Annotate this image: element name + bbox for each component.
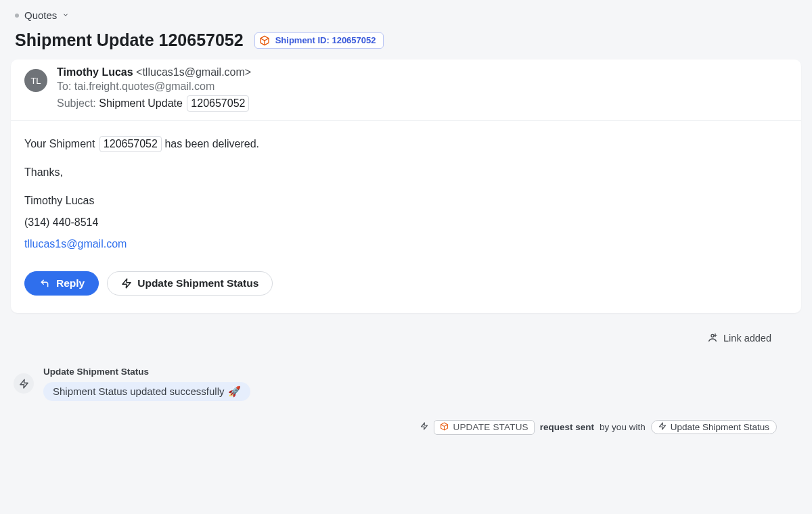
signature-name: Timothy Lucas: [24, 190, 788, 212]
from-email: <tllucas1s@gmail.com>: [136, 66, 251, 78]
from-line: Timothy Lucas <tllucas1s@gmail.com>: [57, 66, 251, 78]
subject-text: Shipment Update: [99, 97, 183, 109]
update-status-tag[interactable]: UPDATE STATUS: [434, 420, 534, 435]
body-suffix: has been delivered.: [164, 138, 259, 149]
by-you-with-label: by you with: [600, 422, 646, 432]
subject-line: Subject: Shipment Update 120657052: [57, 95, 251, 112]
svg-marker-6: [422, 423, 428, 429]
action-row: Reply Update Shipment Status: [11, 271, 801, 308]
to-value: tai.freight.quotes@gmail.com: [74, 80, 215, 92]
link-added-icon: [707, 332, 718, 345]
request-line: UPDATE STATUS request sent by you with U…: [0, 408, 812, 435]
email-card: TL Timothy Lucas <tllucas1s@gmail.com> T…: [11, 60, 801, 313]
breadcrumb[interactable]: Quotes: [0, 0, 812, 25]
breadcrumb-label: Quotes: [24, 9, 57, 21]
status-pill: Shipment Status updated successfully 🚀: [43, 382, 250, 401]
email-body: Your Shipment 120657052 has been deliver…: [11, 121, 801, 271]
thanks-line: Thanks,: [24, 162, 788, 183]
breadcrumb-dot-icon: [15, 14, 19, 18]
subject-number: 120657052: [187, 95, 249, 112]
lightning-small-icon: [420, 422, 428, 432]
update-status-tag-label: UPDATE STATUS: [453, 422, 528, 432]
reply-arrow-icon: [39, 279, 51, 288]
chevron-down-icon: [62, 11, 69, 20]
shipment-id-label: Shipment ID: 120657052: [275, 35, 376, 45]
status-circle-icon: [14, 373, 34, 394]
svg-marker-5: [20, 379, 27, 388]
package-small-icon: [440, 422, 449, 433]
to-label: To:: [57, 80, 71, 92]
body-prefix: Your Shipment: [24, 138, 95, 149]
rocket-icon: 🚀: [228, 386, 241, 398]
link-added-row: Link added: [0, 313, 812, 345]
signature-phone: (314) 440-8514: [24, 212, 788, 233]
avatar: TL: [24, 69, 47, 92]
from-name: Timothy Lucas: [57, 66, 133, 78]
status-block: Update Shipment Status Shipment Status u…: [0, 345, 812, 408]
lightning-icon: [121, 278, 132, 289]
title-row: Shipment Update 120657052 Shipment ID: 1…: [0, 25, 812, 60]
to-line: To: tai.freight.quotes@gmail.com: [57, 78, 251, 95]
subject-label: Subject:: [57, 97, 96, 109]
reply-button[interactable]: Reply: [24, 271, 99, 296]
request-sent-label: request sent: [540, 422, 594, 432]
request-chip-label: Update Shipment Status: [671, 422, 769, 432]
reply-label: Reply: [56, 277, 85, 289]
svg-marker-8: [659, 423, 665, 429]
status-title: Update Shipment Status: [43, 367, 250, 377]
link-added-label: Link added: [723, 333, 771, 344]
update-status-label: Update Shipment Status: [137, 277, 258, 289]
update-status-button[interactable]: Update Shipment Status: [107, 271, 273, 296]
email-meta: TL Timothy Lucas <tllucas1s@gmail.com> T…: [11, 60, 801, 121]
status-message: Shipment Status updated successfully: [53, 386, 224, 397]
page-title: Shipment Update 120657052: [15, 30, 244, 50]
signature-email[interactable]: tllucas1s@gmail.com: [24, 238, 127, 250]
lightning-chip-icon: [658, 422, 667, 432]
shipment-id-badge[interactable]: Shipment ID: 120657052: [254, 32, 384, 49]
request-chip[interactable]: Update Shipment Status: [651, 420, 777, 434]
body-number: 120657052: [99, 136, 162, 152]
svg-point-2: [711, 334, 714, 337]
svg-marker-1: [122, 279, 131, 287]
package-icon: [259, 35, 270, 46]
